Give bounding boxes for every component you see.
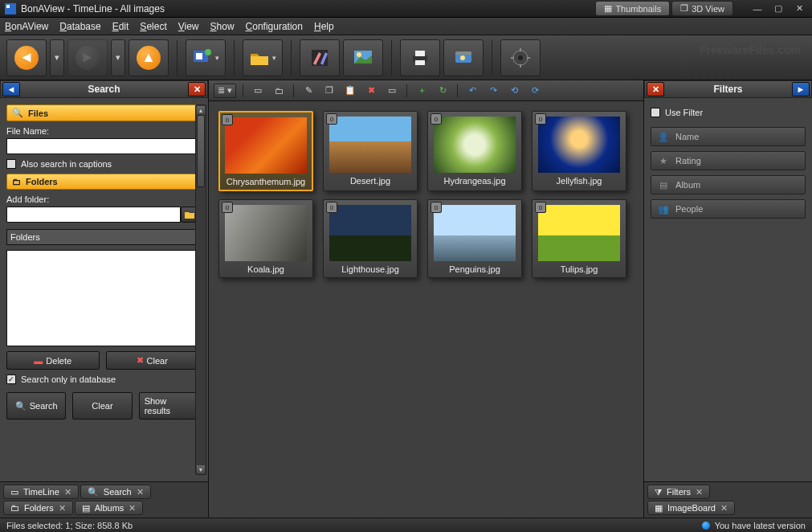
files-section-header[interactable]: 🔍 Files	[6, 104, 198, 121]
close-tab-icon[interactable]: ✕	[64, 487, 71, 497]
view-tabs: ▦ Thumbnails ❐ 3D View	[595, 1, 733, 16]
thumbnail-image[interactable]: 0	[225, 205, 307, 261]
clear-folders-button[interactable]: ✖Clear	[106, 351, 199, 370]
menu-database[interactable]: Database	[59, 21, 100, 32]
redo-button[interactable]: ↷	[485, 84, 501, 98]
menu-view[interactable]: View	[178, 21, 199, 32]
minimize-button[interactable]: —	[749, 3, 765, 14]
tools-button[interactable]: ✎	[300, 84, 316, 98]
add-folder-input[interactable]	[6, 207, 181, 223]
close-tab-icon[interactable]: ✕	[696, 487, 703, 497]
search-db-checkbox[interactable]: ✓	[6, 374, 16, 384]
rotate-left-button[interactable]: ⟲	[506, 84, 522, 98]
tab-filters[interactable]: ⧩Filters✕	[647, 485, 710, 499]
thumbnail-image[interactable]: 0	[329, 117, 411, 173]
copy-button[interactable]: ❐	[321, 84, 337, 98]
thumbnail-label: Tulips.jpg	[561, 264, 598, 274]
folders-field[interactable]	[6, 229, 198, 245]
thumbnail-card[interactable]: 0Penguins.jpg	[427, 199, 522, 278]
delete-image-button[interactable]: ✖	[363, 84, 379, 98]
menu-select[interactable]: Select	[140, 21, 166, 32]
folders-list[interactable]	[6, 250, 198, 346]
rename-button[interactable]: ▭	[384, 84, 400, 98]
use-filter-checkbox[interactable]	[651, 108, 660, 117]
filter-album[interactable]: ▤Album	[651, 175, 806, 194]
thumbnail-card[interactable]: 0Tulips.jpg	[532, 199, 626, 278]
tab-albums[interactable]: ▤Albums✕	[75, 501, 144, 515]
maximize-button[interactable]: ▢	[770, 3, 786, 14]
thumbnail-card[interactable]: 0Desert.jpg	[323, 111, 418, 191]
tab-folders[interactable]: 🗀Folders✕	[3, 501, 73, 515]
nav-back-button[interactable]: ◄	[6, 39, 47, 76]
print-button[interactable]	[400, 39, 440, 76]
thumbnail-card[interactable]: 0Jellyfish.jpg	[532, 111, 626, 191]
menu-edit[interactable]: Edit	[112, 21, 129, 32]
scroll-thumb[interactable]	[197, 115, 205, 187]
thumbnail-image[interactable]: 0	[225, 117, 307, 174]
close-button[interactable]: ✕	[791, 3, 807, 14]
edit-button[interactable]	[300, 39, 340, 76]
close-tab-icon[interactable]: ✕	[137, 487, 144, 497]
clear-button[interactable]: Clear	[72, 392, 132, 419]
filter-people[interactable]: 👥People	[651, 199, 806, 219]
add-button[interactable]: ＋	[414, 84, 430, 98]
thumbnail-image[interactable]: 0	[434, 117, 516, 173]
thumbnail-image[interactable]: 0	[434, 205, 516, 261]
undo-button[interactable]: ↶	[464, 84, 480, 98]
scroll-down-icon[interactable]: ▼	[197, 465, 205, 473]
delete-button[interactable]: ▬Delete	[6, 351, 100, 370]
search-scrollbar[interactable]: ▲ ▼	[195, 104, 206, 475]
menu-configuration[interactable]: Configuration	[246, 21, 303, 32]
panel-close-button[interactable]: ✕	[188, 82, 206, 96]
thumbnail-image[interactable]: 0	[538, 117, 620, 173]
filter-rating[interactable]: ★Rating	[651, 151, 806, 170]
nav-forward-dropdown[interactable]: ▾	[111, 39, 125, 76]
folder-button[interactable]	[243, 39, 283, 76]
people-icon: 👥	[658, 203, 669, 215]
folders-section-header[interactable]: 🗀 Folders	[6, 174, 198, 190]
menu-show[interactable]: Show	[210, 21, 235, 32]
scroll-up-icon[interactable]: ▲	[197, 106, 205, 114]
file-name-input[interactable]	[6, 138, 198, 154]
close-tab-icon[interactable]: ✕	[129, 503, 136, 514]
svg-rect-9	[415, 51, 425, 56]
close-tab-icon[interactable]: ✕	[720, 503, 728, 514]
nav-back-dropdown[interactable]: ▾	[50, 39, 64, 76]
close-tab-icon[interactable]: ✕	[59, 503, 66, 514]
tab-imageboard[interactable]: ▦ImageBoard✕	[647, 501, 735, 515]
also-captions-checkbox[interactable]	[6, 159, 16, 169]
thumbnail-card[interactable]: 0Hydrangeas.jpg	[427, 111, 522, 191]
svg-rect-1	[6, 5, 10, 8]
tab-3d-view[interactable]: ❐ 3D View	[671, 1, 733, 16]
imageboard-icon: ▦	[655, 503, 663, 514]
paste-button[interactable]: 📋	[342, 84, 358, 98]
refresh-button[interactable]: ↻	[435, 84, 451, 98]
slideshow-button[interactable]	[443, 39, 484, 76]
thumbnail-card[interactable]: 0Lighthouse.jpg	[323, 199, 418, 278]
filter-name[interactable]: 👤Name	[651, 127, 806, 146]
thumbnail-image[interactable]: 0	[538, 205, 620, 261]
open-folder-button[interactable]: 🗀	[271, 84, 287, 98]
tab-timeline[interactable]: ▭TimeLine✕	[3, 485, 79, 499]
acquire-button[interactable]	[186, 39, 226, 76]
open-image-button[interactable]: ▭	[250, 84, 266, 98]
thumbnail-card[interactable]: 0Koala.jpg	[218, 199, 313, 278]
use-filter-label: Use Filter	[665, 108, 703, 117]
search-button[interactable]: 🔍Search	[6, 392, 66, 419]
wallpaper-button[interactable]	[343, 39, 383, 76]
thumbnail-image[interactable]: 0	[329, 205, 411, 261]
menu-bonaview[interactable]: BonAView	[5, 21, 48, 32]
person-icon: 👤	[658, 131, 669, 142]
thumbnail-card[interactable]: 0Chrysanthemum.jpg	[218, 111, 313, 191]
settings-button[interactable]	[500, 39, 541, 76]
nav-up-button[interactable]: ▲	[129, 39, 169, 76]
view-mode-button[interactable]: ≣ ▾	[214, 84, 236, 98]
tab-thumbnails[interactable]: ▦ Thumbnails	[595, 1, 670, 16]
panel-collapse-right-button[interactable]: ►	[792, 82, 810, 96]
rotate-right-button[interactable]: ⟳	[527, 84, 543, 98]
tab-search[interactable]: 🔍Search✕	[80, 485, 151, 499]
filters-close-button[interactable]: ✕	[647, 82, 664, 96]
menu-help[interactable]: Help	[314, 21, 334, 32]
panel-collapse-left-button[interactable]: ◄	[2, 82, 20, 96]
show-results-button[interactable]: Show results	[139, 392, 198, 419]
